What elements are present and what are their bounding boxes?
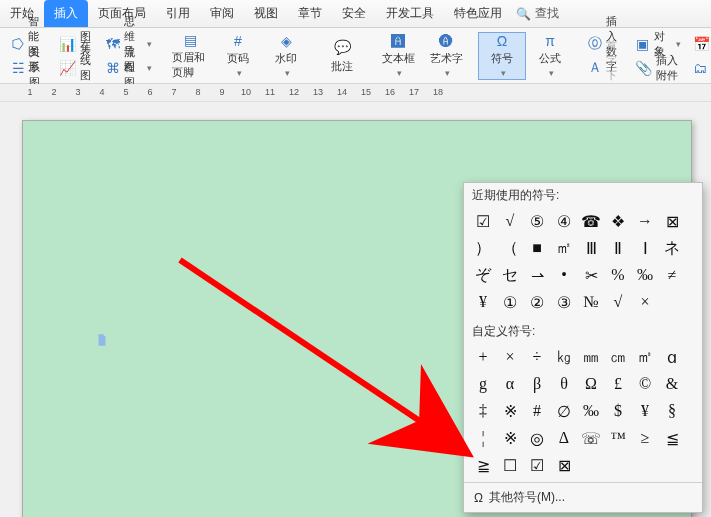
symbol-cell[interactable]: × (497, 344, 523, 370)
ruler-number: 15 (361, 87, 371, 97)
symbol-cell[interactable]: • (551, 262, 577, 288)
symbol-cell[interactable]: Ⅱ (605, 235, 631, 261)
symbol-cell[interactable]: Ⅰ (632, 235, 658, 261)
symbol-cell[interactable]: Ⅲ (578, 235, 604, 261)
symbol-button[interactable]: Ω符号▾ (478, 32, 526, 80)
comment-button[interactable]: 💬批注 (318, 32, 366, 80)
tab-references[interactable]: 引用 (156, 0, 200, 27)
symbol-cell[interactable]: ☑ (524, 452, 550, 478)
search-label: 查找 (535, 5, 559, 22)
symbol-cell[interactable]: ⇀ (524, 262, 550, 288)
symbol-cell[interactable]: ™ (605, 425, 631, 451)
symbol-cell[interactable]: √ (497, 208, 523, 234)
symbol-cell[interactable]: ☐ (497, 452, 523, 478)
symbol-cell[interactable]: ⊠ (551, 452, 577, 478)
symbol-cell[interactable]: ② (524, 289, 550, 315)
symbol-cell[interactable]: ¦ (470, 425, 496, 451)
docparts-button[interactable]: 🗂文档部 (687, 57, 711, 79)
symbol-cell[interactable]: Ω (578, 371, 604, 397)
symbol-cell[interactable]: ㎏ (551, 344, 577, 370)
object-button[interactable]: ▣对象▾ (629, 33, 687, 55)
symbol-cell[interactable]: ☏ (578, 425, 604, 451)
textbox-button[interactable]: 🅰文本框▾ (374, 32, 422, 80)
ruler-number: 18 (433, 87, 443, 97)
tab-chapter[interactable]: 章节 (288, 0, 332, 27)
symbol-cell[interactable]: ≧ (470, 452, 496, 478)
symbol-cell[interactable]: ① (497, 289, 523, 315)
symbol-cell[interactable]: Δ (551, 425, 577, 451)
tab-insert[interactable]: 插入 (44, 0, 88, 27)
symbol-cell[interactable]: ⊠ (659, 208, 685, 234)
symbol-cell[interactable]: ☎ (578, 208, 604, 234)
symbol-cell[interactable]: § (659, 398, 685, 424)
symbol-cell[interactable]: ∅ (551, 398, 577, 424)
symbol-cell[interactable]: ‰ (578, 398, 604, 424)
symbol-cell[interactable]: α (497, 371, 523, 397)
symbol-cell[interactable]: ≠ (659, 262, 685, 288)
symbol-cell[interactable]: ぞ (470, 262, 496, 288)
symbol-cell[interactable]: ÷ (524, 344, 550, 370)
symbol-cell[interactable]: ） (470, 235, 496, 261)
symbol-cell[interactable]: ■ (524, 235, 550, 261)
symbol-cell[interactable]: ‰ (632, 262, 658, 288)
tab-view[interactable]: 视图 (244, 0, 288, 27)
symbol-cell[interactable]: © (632, 371, 658, 397)
flowchart-button[interactable]: ⌘流程图▾ (100, 57, 158, 79)
symbol-cell[interactable]: （ (497, 235, 523, 261)
online-chart-button[interactable]: 📈在线图表 (53, 57, 100, 79)
tab-devtools[interactable]: 开发工具 (376, 0, 444, 27)
symbol-cell[interactable]: β (524, 371, 550, 397)
symbol-cell[interactable]: ≥ (632, 425, 658, 451)
symbol-cell[interactable]: ㎡ (551, 235, 577, 261)
search-bar[interactable]: 🔍 查找 (516, 0, 559, 27)
symbol-cell[interactable]: £ (605, 371, 631, 397)
symbol-cell[interactable]: ⑤ (524, 208, 550, 234)
symbol-cell[interactable]: № (578, 289, 604, 315)
symbol-cell[interactable]: ¥ (470, 289, 496, 315)
symbol-cell[interactable]: ɑ (659, 344, 685, 370)
symbol-cell[interactable]: ④ (551, 208, 577, 234)
symbol-cell[interactable]: → (632, 208, 658, 234)
symbol-cell[interactable]: × (632, 289, 658, 315)
tab-page-layout[interactable]: 页面布局 (88, 0, 156, 27)
symbol-cell[interactable]: ‡ (470, 398, 496, 424)
symbol-cell[interactable]: & (659, 371, 685, 397)
wordart-button[interactable]: 🅐艺术字▾ (422, 32, 470, 80)
formula-button[interactable]: π公式▾ (526, 32, 574, 80)
symbol-cell[interactable]: ③ (551, 289, 577, 315)
symbol-cell[interactable]: ¥ (632, 398, 658, 424)
symbol-cell[interactable]: ㎝ (605, 344, 631, 370)
symbol-cell[interactable]: √ (605, 289, 631, 315)
symbol-cell[interactable]: セ (497, 262, 523, 288)
custom-symbols-grid: +×÷㎏㎜㎝㎡ɑgαβθΩ£©&‡※#∅‰$¥§¦※◎Δ☏™≥≦≧☐☑⊠ (464, 342, 702, 482)
tab-security[interactable]: 安全 (332, 0, 376, 27)
page-number-button[interactable]: #页码▾ (214, 32, 262, 80)
symbol-cell[interactable]: + (470, 344, 496, 370)
symbol-cell[interactable]: ㎡ (632, 344, 658, 370)
symbol-cell[interactable]: ☑ (470, 208, 496, 234)
relation-button[interactable]: ☵关系图 (6, 57, 53, 79)
symbol-cell[interactable]: # (524, 398, 550, 424)
symbol-cell[interactable]: g (470, 371, 496, 397)
attachment-button[interactable]: 📎插入附件 (629, 57, 687, 79)
tab-features[interactable]: 特色应用 (444, 0, 512, 27)
symbol-cell[interactable]: ✂ (578, 262, 604, 288)
ruler-number: 4 (99, 87, 104, 97)
symbol-cell[interactable]: % (605, 262, 631, 288)
symbol-cell[interactable]: ㎜ (578, 344, 604, 370)
symbol-cell[interactable]: ※ (497, 425, 523, 451)
more-symbols-button[interactable]: Ω 其他符号(M)... (464, 482, 702, 512)
symbol-cell[interactable]: ◎ (524, 425, 550, 451)
ruler-number: 10 (241, 87, 251, 97)
symbol-cell[interactable]: ネ (659, 235, 685, 261)
symbol-cell[interactable]: ※ (497, 398, 523, 424)
watermark-button[interactable]: ◈水印▾ (262, 32, 310, 80)
ruler-number: 7 (171, 87, 176, 97)
symbol-cell[interactable]: $ (605, 398, 631, 424)
tab-review[interactable]: 审阅 (200, 0, 244, 27)
header-footer-button[interactable]: ▤页眉和页脚 (166, 32, 214, 80)
symbol-cell[interactable]: ≦ (659, 425, 685, 451)
date-button[interactable]: 📅日期 (687, 33, 711, 55)
symbol-cell[interactable]: θ (551, 371, 577, 397)
symbol-cell[interactable]: ❖ (605, 208, 631, 234)
